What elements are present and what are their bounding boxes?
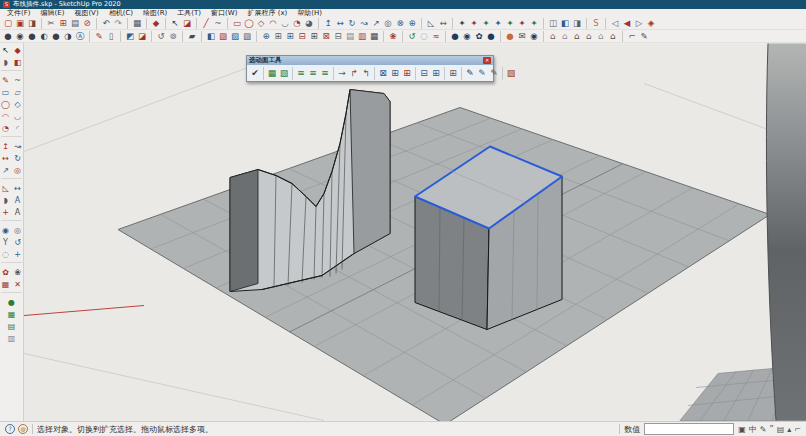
nav-dark-2-icon[interactable]: ◉	[461, 31, 473, 42]
target-icon[interactable]: ⊚	[167, 31, 179, 42]
house-1-icon[interactable]: ⌂	[543, 31, 559, 42]
line-tool-icon[interactable]: ✎	[0, 75, 11, 86]
layout-icon[interactable]: S	[586, 18, 602, 29]
menu-window[interactable]: 窗口(W)	[206, 9, 242, 18]
pt-green-bars-3-icon[interactable]: ≡	[319, 67, 331, 80]
mail-icon[interactable]: ✉	[516, 31, 528, 42]
ime-panel-icon[interactable]: ▣	[738, 425, 746, 434]
table-6-icon[interactable]: ⊟	[332, 31, 344, 42]
select-tool-icon[interactable]: ↖	[0, 45, 11, 56]
line-icon[interactable]: ╱	[196, 18, 212, 29]
refresh-green-icon[interactable]: ↺	[402, 31, 418, 42]
pt-pen-gray-icon[interactable]: ✎	[488, 67, 500, 80]
pt-arrow-straight-icon[interactable]: →	[333, 67, 348, 80]
rotate-icon[interactable]: ↻	[346, 18, 358, 29]
plugin-toolbar-titlebar[interactable]: 选动面工具 ✕	[247, 56, 493, 65]
flower-icon[interactable]: ❀	[383, 31, 399, 42]
undo-icon[interactable]: ↶	[96, 18, 112, 29]
lasso-tool-icon[interactable]: ◆	[12, 45, 23, 56]
rotate-copy-icon[interactable]: ↺	[151, 31, 167, 42]
palette-divider[interactable]	[1, 178, 22, 181]
tray-tool-icon[interactable]: ⌐	[794, 425, 801, 434]
pt-table-gray-icon[interactable]: ⊞	[444, 67, 459, 80]
freehand-icon[interactable]: ~	[212, 18, 224, 29]
text-tool-icon[interactable]: A	[12, 195, 23, 206]
viewport[interactable]	[24, 43, 806, 421]
offset-tool-icon[interactable]: ◎	[12, 165, 23, 176]
table-1-icon[interactable]: ⊞	[272, 31, 284, 42]
save-icon[interactable]: ◨	[26, 18, 38, 29]
house-5-icon[interactable]: ⌂	[595, 31, 607, 42]
paint-bucket-tool-icon[interactable]: ◧	[12, 57, 23, 68]
pt-green-image-2-icon[interactable]: ▧	[278, 67, 290, 80]
table-3-icon[interactable]: ⊟	[296, 31, 308, 42]
push-pull-icon[interactable]: ↥	[318, 18, 334, 29]
pencil-icon[interactable]: ✎	[89, 31, 105, 42]
text-style-icon[interactable]: Ⓐ	[74, 31, 86, 42]
pie-tool-icon[interactable]: ◔	[0, 123, 11, 134]
viewport-canvas[interactable]	[24, 43, 806, 421]
nav-dark-1-icon[interactable]: ●	[445, 31, 461, 42]
menu-file[interactable]: 文件(F)	[2, 9, 36, 18]
component-3-icon[interactable]: ●	[26, 31, 38, 42]
cut-icon[interactable]: ✂	[41, 18, 57, 29]
geolocation-icon[interactable]: ◍	[18, 424, 28, 434]
sector-icon[interactable]: ◕	[303, 18, 315, 29]
pt-pen-blue-icon[interactable]: ✎	[476, 67, 488, 80]
red-lines-icon[interactable]: ≈	[430, 31, 442, 42]
walk-tool-icon[interactable]: Y	[0, 237, 11, 248]
sheet-3-icon[interactable]: ▦	[368, 31, 380, 42]
rectangle-tool-icon[interactable]: ▭	[0, 87, 11, 98]
look-around-tool-icon[interactable]: ◎	[12, 225, 23, 236]
flag-3-icon[interactable]: ▧	[229, 31, 241, 42]
print-icon[interactable]: ▦	[127, 18, 143, 29]
dimension-tool-icon[interactable]: ↔	[12, 183, 23, 194]
look-around-icon[interactable]: ◀	[621, 18, 633, 29]
sandbox-drape-icon[interactable]: ✦	[504, 18, 516, 29]
plugin-gray-grid-icon[interactable]: ▥	[0, 333, 23, 344]
component-4-icon[interactable]: ◐	[38, 31, 50, 42]
scale-icon[interactable]: ↗	[370, 18, 382, 29]
component-6-icon[interactable]: ◑	[62, 31, 74, 42]
sheet-1-icon[interactable]: ▤	[344, 31, 356, 42]
section-display-icon[interactable]: ◧	[559, 18, 571, 29]
circle-tool-icon[interactable]: ◯	[0, 99, 11, 110]
two-point-arc-tool-icon[interactable]: ◡	[12, 111, 23, 122]
component-5-icon[interactable]: ●	[50, 31, 62, 42]
palette-divider[interactable]	[1, 70, 22, 73]
pt-red-hatch-icon[interactable]: ▨	[502, 67, 517, 80]
previous-view-icon[interactable]: ◁	[605, 18, 621, 29]
pt-green-image-1-icon[interactable]: ▦	[263, 67, 278, 80]
component-1-icon[interactable]: ●	[2, 31, 14, 42]
plugin-grid-red-icon[interactable]: ▦	[0, 279, 11, 290]
freehand-tool-icon[interactable]: ~	[12, 75, 23, 86]
move-icon[interactable]: ↔	[334, 18, 346, 29]
nav-dark-3-icon[interactable]: ✿	[473, 31, 485, 42]
model-info-icon[interactable]: ◆	[146, 18, 162, 29]
sandbox-detail-icon[interactable]: ✦	[516, 18, 528, 29]
globe-icon[interactable]: ⊕	[256, 31, 272, 42]
scale-tool-icon[interactable]: ↗	[0, 165, 11, 176]
arc-icon[interactable]: ◠	[267, 18, 279, 29]
plugin-green-grid-1-icon[interactable]: ▦	[0, 309, 23, 320]
menu-help[interactable]: 帮助(H)	[292, 9, 327, 18]
sandbox-smoove-icon[interactable]: ✦	[480, 18, 492, 29]
loop-icon[interactable]: ◌	[418, 31, 430, 42]
pt-green-bars-1-icon[interactable]: ≡	[292, 67, 307, 80]
polygon-tool-icon[interactable]: ◇	[12, 99, 23, 110]
follow-me-tool-icon[interactable]: ↝	[12, 141, 23, 152]
rectangle-icon[interactable]: ▭	[227, 18, 243, 29]
paint-b-icon[interactable]: ◪	[136, 31, 148, 42]
select-icon[interactable]: ↖	[165, 18, 181, 29]
orange-dot-icon[interactable]: ●	[500, 31, 516, 42]
follow-me-icon[interactable]: ↝	[358, 18, 370, 29]
ime-punctuation-icon[interactable]: ”	[770, 425, 774, 434]
flag-2-icon[interactable]: ▨	[217, 31, 229, 42]
pt-pen-dark-icon[interactable]: ✎	[461, 67, 476, 80]
sandbox-scratch-icon[interactable]: ✦	[468, 18, 480, 29]
plugin-flower-dark-icon[interactable]: ❀	[12, 267, 23, 278]
tray-expand-icon[interactable]: ▴	[787, 425, 791, 434]
sandbox-contours-icon[interactable]: ✦	[452, 18, 468, 29]
circle-icon[interactable]: ◯	[243, 18, 255, 29]
intersect-icon[interactable]: ⊗	[394, 18, 406, 29]
